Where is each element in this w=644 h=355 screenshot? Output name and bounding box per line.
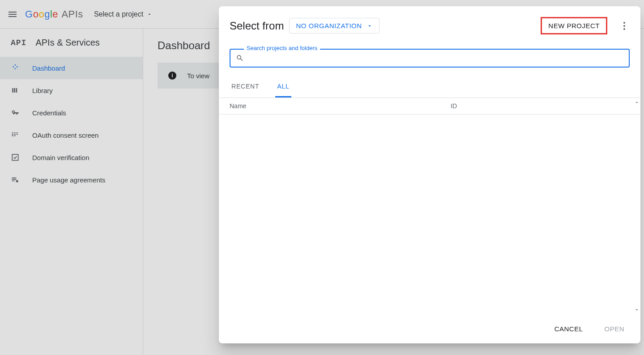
search-icon [236, 54, 244, 62]
open-button-label: OPEN [604, 325, 624, 333]
tab-label: ALL [277, 83, 289, 90]
project-selector-modal: Select from NO ORGANIZATION NEW PROJECT … [219, 6, 640, 343]
tab-label: RECENT [231, 83, 259, 90]
tab-recent[interactable]: RECENT [230, 76, 261, 97]
svg-point-1 [623, 22, 625, 24]
cancel-button[interactable]: CANCEL [549, 321, 589, 336]
modal-title: Select from [230, 20, 284, 32]
tab-all[interactable]: ALL [275, 76, 291, 97]
search-field-wrapper: Search projects and folders [230, 49, 630, 68]
modal-footer: CANCEL OPEN [219, 314, 640, 343]
modal-header: Select from NO ORGANIZATION NEW PROJECT [219, 6, 640, 42]
organization-dropdown-label: NO ORGANIZATION [296, 22, 362, 30]
search-label: Search projects and folders [244, 45, 320, 51]
scrollbar-down-icon[interactable] [634, 307, 640, 313]
tabs: RECENT ALL [219, 76, 640, 98]
svg-point-2 [623, 25, 625, 27]
scrollbar-up-icon[interactable] [634, 100, 640, 105]
column-id[interactable]: ID [451, 102, 630, 110]
dropdown-icon [367, 23, 373, 29]
cancel-button-label: CANCEL [554, 325, 583, 333]
search-box[interactable] [230, 49, 630, 68]
projects-table: Name ID [219, 98, 640, 314]
svg-point-3 [623, 28, 625, 30]
column-name[interactable]: Name [230, 102, 451, 110]
more-options-icon[interactable] [619, 21, 630, 31]
table-header: Name ID [219, 98, 640, 114]
search-input[interactable] [247, 55, 623, 62]
new-project-label: NEW PROJECT [548, 22, 600, 30]
new-project-button[interactable]: NEW PROJECT [541, 17, 607, 34]
open-button[interactable]: OPEN [599, 321, 630, 336]
organization-dropdown[interactable]: NO ORGANIZATION [289, 18, 379, 34]
